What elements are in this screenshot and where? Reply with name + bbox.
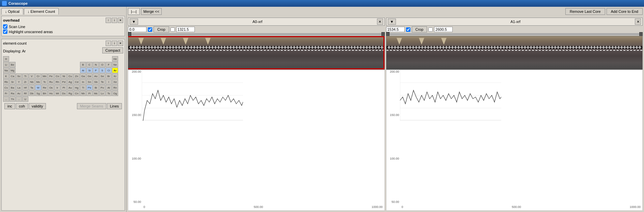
pt-cell-W[interactable]: W — [35, 85, 41, 90]
core-a1-start-checkbox[interactable] — [406, 27, 410, 32]
pt-cell-Y[interactable]: Y — [16, 79, 22, 85]
overhead-up-btn[interactable]: ↑ — [106, 18, 111, 23]
pt-cell-Ts[interactable]: Ts — [106, 91, 112, 96]
pt-cell-Sc[interactable]: Sc — [16, 73, 22, 79]
core-a0-crop-button[interactable]: Crop — [154, 26, 169, 32]
pt-cell-Fe[interactable]: Fe — [48, 73, 54, 79]
pt-cell-Ca[interactable]: Ca — [9, 73, 16, 79]
pt-cell-Ir[interactable]: Ir — [54, 85, 60, 90]
pt-cell-Xe[interactable]: Xe — [112, 79, 118, 85]
pt-cell-K[interactable]: K — [3, 73, 9, 79]
pt-cell-Co[interactable]: Co — [54, 73, 60, 79]
core-a1-dropdown[interactable]: ▼ — [388, 19, 396, 25]
pt-cell-Se[interactable]: Se — [99, 73, 105, 79]
pt-cell-C[interactable]: C — [86, 62, 92, 67]
pt-cell-Ni[interactable]: Ni — [61, 73, 67, 79]
lines-button[interactable]: Lines — [107, 103, 122, 109]
add-core-to-end-button[interactable]: Add Core to End — [607, 8, 643, 15]
tab-inc[interactable]: inc — [4, 103, 15, 109]
pt-cell-Rb[interactable]: Rb — [3, 79, 9, 85]
pt-cell-Au[interactable]: Au — [67, 85, 73, 90]
tab-optical[interactable]: ↓ Optical — [1, 8, 23, 15]
pt-cell-At[interactable]: At — [106, 85, 112, 90]
pt-cell-B[interactable]: B — [80, 62, 86, 67]
pt-cell-Fl[interactable]: Fl — [86, 91, 92, 96]
core-a1-close[interactable]: ✕ — [635, 19, 641, 25]
pt-cell-U[interactable]: U — [22, 96, 28, 102]
highlight-unscanned-checkbox[interactable] — [3, 29, 7, 34]
pt-cell-Sb[interactable]: Sb — [93, 79, 99, 85]
tab-validity[interactable]: validity — [29, 103, 46, 109]
pt-cell-Cu[interactable]: Cu — [67, 73, 73, 79]
pt-cell-Mn[interactable]: Mn — [42, 73, 48, 79]
pt-cell-Nh[interactable]: Nh — [80, 91, 86, 96]
pt-cell-Ne[interactable]: Ne — [112, 62, 118, 67]
merge-seams-button[interactable]: Merge Seams — [77, 103, 106, 109]
pt-cell-Db[interactable]: Db — [29, 91, 35, 96]
core-a1-start-input[interactable] — [386, 27, 405, 32]
pt-cell-Ge[interactable]: Ge — [86, 73, 92, 79]
overhead-info-btn[interactable]: i — [112, 18, 117, 23]
pt-cell-Zn[interactable]: Zn — [74, 73, 80, 79]
pt-cell-Rn[interactable]: Rn — [112, 85, 118, 90]
pt-cell-Re[interactable]: Re — [42, 85, 48, 90]
core-a0-range-slider[interactable] — [128, 33, 385, 35]
pt-cell-Li[interactable]: Li — [3, 62, 9, 67]
pt-cell-Bi[interactable]: Bi — [93, 85, 99, 90]
pt-cell-Ra[interactable]: Ra — [9, 91, 16, 96]
merge-button[interactable]: Merge << — [141, 8, 162, 15]
pt-cell-La[interactable]: La — [16, 85, 22, 90]
pt-cell-Cd[interactable]: Cd — [74, 79, 80, 85]
pt-cell-Ac[interactable]: Ac — [16, 91, 22, 96]
remove-last-core-button[interactable]: Remove Last Core — [565, 8, 605, 15]
pt-cell-Cs[interactable]: Cs — [3, 85, 9, 90]
pt-cell-Pb[interactable]: Pb — [86, 85, 92, 90]
pt-cell-Rg[interactable]: Rg — [67, 91, 73, 96]
scan-line-checkbox[interactable] — [3, 24, 7, 29]
pt-cell-Pt[interactable]: Pt — [61, 85, 67, 90]
pt-cell-Rh[interactable]: Rh — [54, 79, 60, 85]
tab-coh[interactable]: coh — [16, 103, 28, 109]
pt-cell-Fr[interactable]: Fr — [3, 91, 9, 96]
pt-cell-Al[interactable]: Al — [80, 68, 86, 73]
pt-cell-Rf[interactable]: Rf — [22, 91, 28, 96]
pt-cell-Sg[interactable]: Sg — [35, 91, 41, 96]
pt-cell-Sn[interactable]: Sn — [86, 79, 92, 85]
overhead-close-btn[interactable]: ✕ — [118, 18, 123, 23]
pt-cell-...[interactable]: ... — [16, 96, 22, 102]
pt-cell-F[interactable]: F — [106, 62, 112, 67]
pt-cell-Cr[interactable]: Cr — [35, 73, 41, 79]
pt-cell-Mg[interactable]: Mg — [9, 68, 16, 73]
core-a0-end-input[interactable] — [176, 27, 195, 32]
pt-cell-Zr[interactable]: Zr — [22, 79, 28, 85]
core-a0-close[interactable]: ✕ — [377, 19, 383, 25]
pt-cell-Ar[interactable]: Ar — [112, 68, 118, 73]
pt-cell-Ba[interactable]: Ba — [9, 85, 16, 90]
pt-cell-Os[interactable]: Os — [48, 85, 54, 90]
pt-cell-Mt[interactable]: Mt — [54, 91, 60, 96]
pt-cell-H[interactable]: H — [3, 56, 9, 62]
pt-cell-Sr[interactable]: Sr — [9, 79, 16, 85]
pt-cell-Ag[interactable]: Ag — [67, 79, 73, 85]
core-a0-end-checkbox[interactable] — [170, 27, 175, 32]
pt-cell-Ga[interactable]: Ga — [80, 73, 86, 79]
core-a0-start-input[interactable] — [128, 27, 146, 32]
pt-cell-Mo[interactable]: Mo — [35, 79, 41, 85]
pt-cell-N[interactable]: N — [93, 62, 99, 67]
core-a1-range-slider[interactable] — [386, 33, 643, 35]
pt-cell-Th[interactable]: Th — [9, 96, 16, 102]
pt-cell-He[interactable]: He — [112, 56, 118, 62]
pt-cell-S[interactable]: S — [99, 68, 105, 73]
pt-cell-Nb[interactable]: Nb — [29, 79, 35, 85]
ruler-button[interactable]: |---| — [128, 8, 140, 15]
pt-cell-Ru[interactable]: Ru — [48, 79, 54, 85]
pt-cell-Te[interactable]: Te — [99, 79, 105, 85]
pt-cell-Ta[interactable]: Ta — [29, 85, 35, 90]
pt-cell-Kr[interactable]: Kr — [112, 73, 118, 79]
core-a0-start-checkbox[interactable] — [148, 27, 152, 32]
pt-cell-Cl[interactable]: Cl — [106, 68, 112, 73]
pt-cell-Tc[interactable]: Tc — [42, 79, 48, 85]
pt-cell-Br[interactable]: Br — [106, 73, 112, 79]
tab-element-count[interactable]: ↓ Element Count — [24, 8, 59, 15]
pt-cell-Mc[interactable]: Mc — [93, 91, 99, 96]
